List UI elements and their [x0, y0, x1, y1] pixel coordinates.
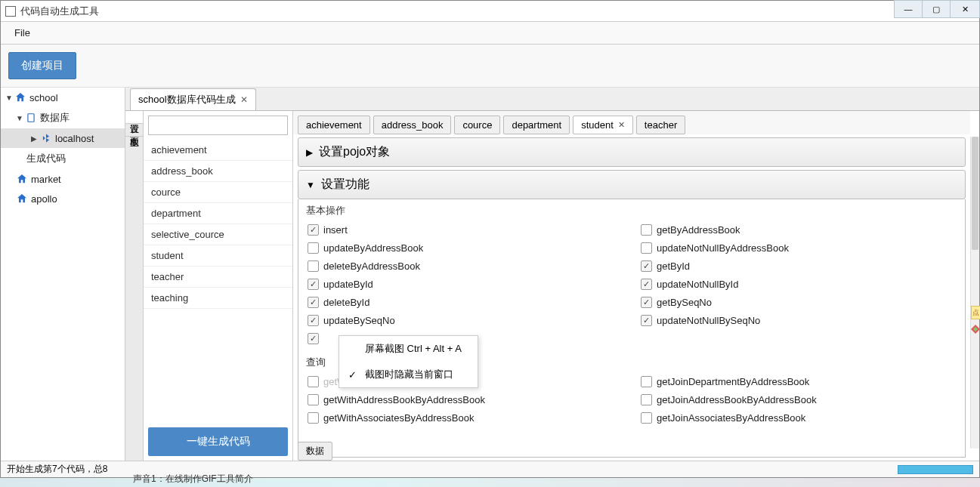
- generate-code-button[interactable]: 一键生成代码: [148, 427, 288, 456]
- maximize-button[interactable]: ▢: [922, 0, 951, 18]
- checkbox-option[interactable]: getBySeqNo: [639, 294, 957, 310]
- vtab-main-panel[interactable]: 主面板: [125, 124, 143, 137]
- checkbox-label: getById: [657, 260, 690, 272]
- checkbox-icon[interactable]: [641, 376, 652, 387]
- table-item[interactable]: achievement: [144, 140, 292, 161]
- document-body: 设置 主面板 achievement address_book cource d…: [125, 110, 979, 461]
- checkbox-option[interactable]: getJoinDepartmentByAddressBook: [639, 374, 957, 390]
- accordion-header-func[interactable]: ▼ 设置功能: [298, 171, 965, 199]
- dtab-student[interactable]: student✕: [573, 116, 633, 134]
- minimize-button[interactable]: —: [894, 0, 923, 18]
- data-tab-button[interactable]: 数据: [298, 442, 332, 461]
- tree-node-school[interactable]: ▼ school: [1, 88, 125, 107]
- table-item[interactable]: teacher: [144, 267, 292, 288]
- checkbox-option[interactable]: updateById: [306, 276, 624, 292]
- dtab-achievement[interactable]: achievement: [298, 116, 370, 134]
- checkbox-option[interactable]: updateNotNullByAddressBook: [639, 240, 957, 256]
- checkbox-option[interactable]: getById: [639, 258, 957, 274]
- menu-check-icon: ✓: [348, 369, 360, 381]
- checkbox-option[interactable]: deleteById: [306, 294, 624, 310]
- checkbox-option[interactable]: updateByAddressBook: [306, 240, 624, 256]
- checkbox-icon[interactable]: [641, 394, 652, 405]
- checkbox-icon[interactable]: [308, 297, 319, 308]
- accordion-title: 设置pojo对象: [319, 144, 390, 160]
- scrollbar[interactable]: [970, 137, 979, 448]
- checkbox-label: insert: [323, 224, 348, 236]
- background-text: 声音1：在线制作GIF工具简介: [133, 473, 253, 485]
- checkbox-icon[interactable]: [641, 412, 652, 424]
- scrollbar-thumb[interactable]: [972, 137, 978, 250]
- checkbox-icon[interactable]: [308, 394, 319, 405]
- document-tabs: school数据库代码生成 ✕: [125, 88, 979, 110]
- edge-diamond-icon: [971, 325, 980, 334]
- menu-item-label: 截图时隐藏当前窗口: [365, 368, 453, 381]
- checkbox-icon[interactable]: [641, 224, 652, 236]
- table-item[interactable]: teaching: [144, 288, 292, 309]
- table-item[interactable]: student: [144, 245, 292, 267]
- checkbox-icon[interactable]: [641, 279, 652, 290]
- checkbox-icon[interactable]: [308, 224, 319, 236]
- tree-node-apollo[interactable]: apollo: [1, 189, 125, 208]
- checkbox-option[interactable]: getWithAddressBookByAddressBook: [306, 392, 624, 408]
- create-project-button[interactable]: 创建项目: [8, 52, 76, 79]
- checkbox-icon[interactable]: [308, 260, 319, 272]
- expand-arrow-icon: ▶: [31, 134, 39, 143]
- checkbox-icon[interactable]: [308, 333, 319, 344]
- checkbox-icon[interactable]: [641, 297, 652, 308]
- table-item[interactable]: department: [144, 203, 292, 224]
- checkbox-icon[interactable]: [308, 242, 319, 254]
- close-tab-icon[interactable]: ✕: [240, 94, 248, 105]
- table-tabs: achievement address_book cource departme…: [293, 111, 970, 134]
- accordion-header-pojo[interactable]: ▶ 设置pojo对象: [298, 138, 965, 166]
- tree-label: 生成代码: [26, 152, 66, 165]
- checkbox-icon[interactable]: [641, 315, 652, 326]
- table-item[interactable]: address_book: [144, 161, 292, 182]
- dtab-department[interactable]: department: [503, 116, 570, 134]
- checkbox-icon[interactable]: [308, 376, 319, 387]
- dtab-cource[interactable]: cource: [454, 116, 500, 134]
- checkbox-label: deleteById: [323, 297, 369, 308]
- tree-node-market[interactable]: market: [1, 169, 125, 189]
- tree-label: localhost: [55, 133, 94, 144]
- checkbox-option[interactable]: updateNotNullById: [639, 276, 957, 292]
- edge-badge[interactable]: 点: [971, 306, 980, 319]
- doc-tab-school[interactable]: school数据库代码生成 ✕: [130, 88, 256, 110]
- database-icon: [25, 112, 37, 124]
- checkbox-option[interactable]: getByAddressBook: [639, 222, 957, 238]
- checkbox-label: updateById: [323, 279, 373, 290]
- checkbox-option[interactable]: deleteByAddressBook: [306, 258, 624, 274]
- table-item[interactable]: selective_cource: [144, 224, 292, 245]
- table-item[interactable]: cource: [144, 182, 292, 203]
- section-label-basic: 基本操作: [298, 199, 965, 222]
- checkbox-label: updateByAddressBook: [323, 242, 423, 254]
- table-list: achievement address_book cource departme…: [144, 140, 292, 423]
- dtab-teacher[interactable]: teacher: [636, 116, 685, 134]
- checkbox-option[interactable]: updateBySeqNo: [306, 313, 624, 328]
- tree-node-database[interactable]: ▼ 数据库: [1, 107, 125, 128]
- checkbox-icon[interactable]: [641, 242, 652, 254]
- close-button[interactable]: ✕: [950, 0, 980, 18]
- menubar: File: [1, 22, 979, 45]
- checkbox-icon[interactable]: [308, 412, 319, 424]
- detail-panel: achievement address_book cource departme…: [293, 111, 979, 461]
- dtab-address-book[interactable]: address_book: [373, 116, 452, 134]
- checkbox-icon[interactable]: [641, 260, 652, 272]
- checkbox-option[interactable]: getJoinAddressBookByAddressBook: [639, 392, 957, 408]
- tree-node-localhost[interactable]: ▶ localhost: [1, 128, 125, 148]
- checkbox-icon[interactable]: [308, 315, 319, 326]
- tree-node-gen-code[interactable]: 生成代码: [1, 148, 125, 169]
- menu-file[interactable]: File: [7, 24, 38, 42]
- vtab-settings[interactable]: 设置: [125, 111, 143, 124]
- checkbox-option[interactable]: getJoinAssociatesByAddressBook: [639, 410, 957, 426]
- checkbox-option[interactable]: insert: [306, 222, 624, 238]
- checkbox-label: getWithAssociatesByAddressBook: [323, 412, 474, 424]
- close-tab-icon[interactable]: ✕: [618, 120, 625, 130]
- checkbox-icon[interactable]: [308, 279, 319, 290]
- checkbox-option[interactable]: updateNotNullBySeqNo: [639, 313, 957, 328]
- checkbox-label: updateNotNullBySeqNo: [657, 315, 760, 326]
- search-input[interactable]: [148, 116, 288, 135]
- context-menu-hide-window[interactable]: ✓ 截图时隐藏当前窗口: [339, 362, 478, 387]
- context-menu-screenshot[interactable]: 屏幕截图 Ctrl + Alt + A: [339, 336, 478, 362]
- checkbox-option[interactable]: getWithAssociatesByAddressBook: [306, 410, 624, 426]
- checkbox-label: getJoinDepartmentByAddressBook: [657, 376, 809, 387]
